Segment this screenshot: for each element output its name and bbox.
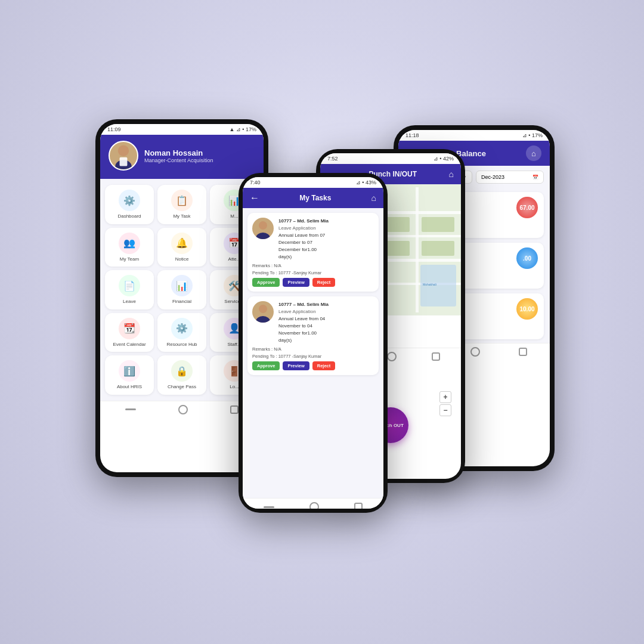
menu-item-dashboard[interactable]: ⚙️ Dashboard [105,185,154,224]
menu-label-financial: Financial [172,299,191,305]
time-balance: 11:18 [405,132,419,138]
task-remarks-2: Remarks : N/A [252,346,374,352]
balance-value-2: .00 [516,247,538,269]
task-pending-2: Pending To : 10777 -Sanjay Kumar [252,354,374,359]
menu-item-notice[interactable]: 🔔 Notice [157,228,206,267]
user-role: Manager-Content Acquisition [144,157,213,163]
svg-rect-20 [422,217,454,232]
menu-label-about: About HRIS [117,384,142,390]
task-card-1: 10777 – Md. Selim Mia Leave Application … [247,213,379,292]
task-id-2: 10777 – Md. Selim Mia [278,301,329,308]
punch-home-icon[interactable]: ⌂ [449,169,454,179]
menu-label-dashboard: Dashboard [117,213,141,219]
task-actions-2: Approve Preview Reject [252,361,374,370]
task-desc-1: Annual Leave from 07December to 07Decemb… [278,232,329,261]
menu-item-resource[interactable]: ⚙️ Resource Hub [157,313,206,352]
notice-icon: 🔔 [171,233,193,254]
task-type-1: Leave Application [278,225,329,232]
balance-home-button[interactable]: ⌂ [526,145,541,161]
status-bar-tasks: 7:40 ⊿ • 43% [243,177,383,188]
task-actions-1: Approve Preview Reject [252,278,374,287]
svg-point-3 [259,221,267,230]
status-icons-tasks: ⊿ • 43% [356,179,376,185]
menu-label-event: Event Calendar [113,342,145,348]
svg-rect-14 [416,187,419,312]
nav-back[interactable] [125,408,136,410]
balance-title: Balance [456,149,486,158]
task-remarks-1: Remarks : N/A [252,263,374,268]
svg-rect-21 [422,241,454,256]
bottom-nav-tasks [243,498,383,509]
tasks-back-button[interactable]: ← [250,193,259,203]
approve-button-2[interactable]: Approve [252,361,280,370]
nav-back-tasks[interactable] [264,506,274,508]
myteam-icon: 👥 [119,233,140,254]
menu-label-myteam: My Team [120,256,139,262]
balance-value-1: 67.00 [516,197,538,218]
reject-button-1[interactable]: Reject [312,278,336,287]
nav-recent-punch[interactable] [432,352,440,361]
resource-icon: ⚙️ [171,318,193,339]
task-id-1: 10777 – Md. Selim Mia [278,218,329,225]
menu-item-changepass[interactable]: 🔒 Change Pass [157,355,206,395]
tasks-list: 10777 – Md. Selim Mia Leave Application … [243,208,383,498]
user-name: Noman Hossain [144,148,213,157]
task-card-2: 10777 – Md. Selim Mia Leave Application … [247,296,379,375]
date-filter-icon: 📅 [532,175,538,180]
zoom-in-button[interactable]: + [439,391,451,403]
nav-recent-tasks[interactable] [354,503,363,509]
nav-home-punch[interactable] [387,352,397,361]
avatar [109,141,138,171]
date-filter[interactable]: Dec-2023 📅 [476,171,544,184]
tasks-home-icon[interactable]: ⌂ [371,193,376,203]
svg-point-6 [256,316,270,323]
reject-button-2[interactable]: Reject [312,361,336,370]
menu-label-leave: Leave [123,299,136,305]
task-info-1: 10777 – Md. Selim Mia Leave Application … [278,218,329,261]
time-tasks: 7:40 [250,179,261,185]
svg-point-5 [259,305,267,313]
time-punch: 7:52 [327,156,338,162]
nav-home[interactable] [178,405,188,414]
tasks-header: ← My Tasks ⌂ [243,188,383,208]
nav-home-tasks[interactable] [309,502,319,509]
nav-recent[interactable] [230,405,239,414]
menu-label-m: M... [230,213,238,219]
task-avatar-2 [252,301,274,323]
status-bar-balance: 11:18 ⊿ • 17% [398,130,550,141]
mytask-icon: 📋 [171,190,193,211]
svg-point-4 [256,233,270,239]
svg-text:Mohakhali: Mohakhali [423,283,436,286]
event-icon: 📆 [119,318,140,339]
nav-recent-balance[interactable] [519,348,527,356]
menu-item-event[interactable]: 📆 Event Calendar [105,313,154,352]
approve-button-1[interactable]: Approve [252,278,280,287]
menu-item-myteam[interactable]: 👥 My Team [105,228,154,267]
status-icons-punch: ⊿ • 42% [434,156,454,162]
leave-icon: 📄 [119,275,140,296]
main-header: Noman Hossain Manager-Content Acquisitio… [100,135,264,179]
menu-label-logout: Lo... [230,384,239,390]
time-main: 11:09 [107,126,121,132]
preview-button-1[interactable]: Preview [283,278,309,287]
map-zoom-controls: + − [439,391,451,416]
task-avatar-1 [252,218,274,239]
task-type-2: Leave Application [278,308,329,315]
task-desc-2: Annual Leave from 04November to 04Novemb… [278,315,329,344]
task-info-2: 10777 – Md. Selim Mia Leave Application … [278,301,329,344]
user-info: Noman Hossain Manager-Content Acquisitio… [144,148,213,163]
svg-rect-2 [120,157,128,166]
menu-item-mytask[interactable]: 📋 My Task [157,185,206,224]
zoom-out-button[interactable]: − [439,404,451,416]
changepass-icon: 🔒 [171,360,193,382]
menu-item-leave[interactable]: 📄 Leave [105,270,154,309]
status-bar-main: 11:09 ▲ ⊿ • 17% [100,124,264,135]
nav-home-balance[interactable] [470,347,480,357]
menu-item-about[interactable]: ℹ️ About HRIS [105,355,154,395]
menu-item-financial[interactable]: 📊 Financial [157,270,206,309]
preview-button-2[interactable]: Preview [283,361,309,370]
status-bar-punch: 7:52 ⊿ • 42% [320,153,461,164]
balance-value-3: 10.00 [516,298,538,320]
status-icons-main: ▲ ⊿ • 17% [229,126,256,132]
menu-label-resource: Resource Hub [166,342,197,348]
